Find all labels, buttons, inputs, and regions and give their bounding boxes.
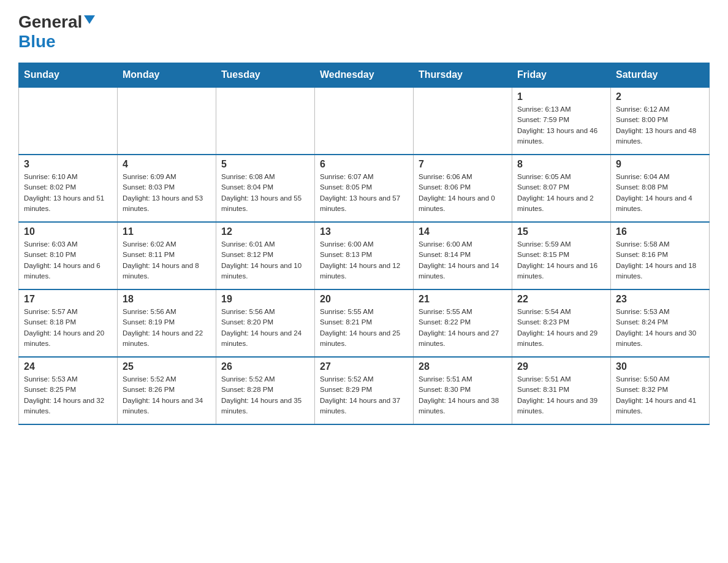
day-info: Sunrise: 5:59 AM Sunset: 8:15 PM Dayligh… xyxy=(517,239,605,282)
day-info: Sunrise: 6:00 AM Sunset: 8:14 PM Dayligh… xyxy=(419,239,507,282)
calendar-day-cell xyxy=(414,87,512,155)
calendar-day-cell: 21Sunrise: 5:55 AM Sunset: 8:22 PM Dayli… xyxy=(414,289,512,357)
calendar-day-cell: 14Sunrise: 6:00 AM Sunset: 8:14 PM Dayli… xyxy=(414,222,512,289)
day-info: Sunrise: 6:12 AM Sunset: 8:00 PM Dayligh… xyxy=(616,104,704,147)
header: General Blue xyxy=(18,12,710,52)
calendar-day-cell: 30Sunrise: 5:50 AM Sunset: 8:32 PM Dayli… xyxy=(611,357,710,424)
day-number: 24 xyxy=(24,361,112,372)
day-number: 17 xyxy=(24,294,112,305)
day-number: 28 xyxy=(419,361,507,372)
day-number: 4 xyxy=(123,159,211,170)
day-of-week-header: Monday xyxy=(118,63,216,88)
day-info: Sunrise: 6:07 AM Sunset: 8:05 PM Dayligh… xyxy=(320,172,408,214)
day-number: 10 xyxy=(24,226,112,237)
day-info: Sunrise: 5:51 AM Sunset: 8:31 PM Dayligh… xyxy=(517,374,605,416)
day-info: Sunrise: 5:51 AM Sunset: 8:30 PM Dayligh… xyxy=(419,374,507,416)
day-number: 21 xyxy=(419,294,507,305)
calendar-day-cell: 9Sunrise: 6:04 AM Sunset: 8:08 PM Daylig… xyxy=(611,155,710,222)
day-number: 25 xyxy=(123,361,211,372)
day-info: Sunrise: 6:05 AM Sunset: 8:07 PM Dayligh… xyxy=(517,172,605,214)
day-info: Sunrise: 5:55 AM Sunset: 8:22 PM Dayligh… xyxy=(419,307,507,349)
day-number: 9 xyxy=(616,159,704,170)
logo: General Blue xyxy=(18,12,95,52)
day-info: Sunrise: 5:52 AM Sunset: 8:28 PM Dayligh… xyxy=(221,374,309,416)
day-number: 19 xyxy=(221,294,309,305)
calendar-day-cell: 8Sunrise: 6:05 AM Sunset: 8:07 PM Daylig… xyxy=(512,155,611,222)
day-of-week-header: Saturday xyxy=(611,63,710,88)
day-info: Sunrise: 5:57 AM Sunset: 8:18 PM Dayligh… xyxy=(24,307,112,349)
day-of-week-header: Friday xyxy=(512,63,611,88)
day-info: Sunrise: 5:56 AM Sunset: 8:20 PM Dayligh… xyxy=(221,307,309,349)
calendar-day-cell xyxy=(315,87,414,155)
day-info: Sunrise: 6:03 AM Sunset: 8:10 PM Dayligh… xyxy=(24,239,112,282)
day-info: Sunrise: 5:58 AM Sunset: 8:16 PM Dayligh… xyxy=(616,239,704,282)
day-info: Sunrise: 6:09 AM Sunset: 8:03 PM Dayligh… xyxy=(123,172,211,214)
day-number: 26 xyxy=(221,361,309,372)
day-number: 18 xyxy=(123,294,211,305)
calendar: SundayMondayTuesdayWednesdayThursdayFrid… xyxy=(18,63,710,425)
day-number: 11 xyxy=(123,226,211,237)
calendar-day-cell: 11Sunrise: 6:02 AM Sunset: 8:11 PM Dayli… xyxy=(118,222,216,289)
calendar-day-cell xyxy=(118,87,216,155)
day-info: Sunrise: 5:54 AM Sunset: 8:23 PM Dayligh… xyxy=(517,307,605,349)
calendar-week-row: 3Sunrise: 6:10 AM Sunset: 8:02 PM Daylig… xyxy=(19,155,710,222)
day-info: Sunrise: 6:13 AM Sunset: 7:59 PM Dayligh… xyxy=(517,104,605,147)
logo-blue: Blue xyxy=(18,32,56,52)
day-info: Sunrise: 5:52 AM Sunset: 8:26 PM Dayligh… xyxy=(123,374,211,416)
day-info: Sunrise: 6:04 AM Sunset: 8:08 PM Dayligh… xyxy=(616,172,704,214)
logo-general: General xyxy=(18,12,82,32)
day-number: 30 xyxy=(616,361,704,372)
day-number: 5 xyxy=(221,159,309,170)
day-number: 1 xyxy=(517,91,605,102)
day-info: Sunrise: 5:50 AM Sunset: 8:32 PM Dayligh… xyxy=(616,374,704,416)
calendar-header-row: SundayMondayTuesdayWednesdayThursdayFrid… xyxy=(19,63,710,88)
day-info: Sunrise: 5:53 AM Sunset: 8:24 PM Dayligh… xyxy=(616,307,704,349)
day-number: 23 xyxy=(616,294,704,305)
calendar-day-cell: 24Sunrise: 5:53 AM Sunset: 8:25 PM Dayli… xyxy=(19,357,118,424)
day-info: Sunrise: 5:52 AM Sunset: 8:29 PM Dayligh… xyxy=(320,374,408,416)
calendar-week-row: 10Sunrise: 6:03 AM Sunset: 8:10 PM Dayli… xyxy=(19,222,710,289)
calendar-day-cell: 5Sunrise: 6:08 AM Sunset: 8:04 PM Daylig… xyxy=(216,155,315,222)
day-of-week-header: Thursday xyxy=(414,63,512,88)
day-info: Sunrise: 6:02 AM Sunset: 8:11 PM Dayligh… xyxy=(123,239,211,282)
day-info: Sunrise: 5:55 AM Sunset: 8:21 PM Dayligh… xyxy=(320,307,408,349)
calendar-day-cell: 4Sunrise: 6:09 AM Sunset: 8:03 PM Daylig… xyxy=(118,155,216,222)
logo-triangle-icon xyxy=(84,15,95,24)
calendar-day-cell: 23Sunrise: 5:53 AM Sunset: 8:24 PM Dayli… xyxy=(611,289,710,357)
calendar-day-cell: 7Sunrise: 6:06 AM Sunset: 8:06 PM Daylig… xyxy=(414,155,512,222)
day-number: 15 xyxy=(517,226,605,237)
calendar-day-cell: 17Sunrise: 5:57 AM Sunset: 8:18 PM Dayli… xyxy=(19,289,118,357)
day-number: 13 xyxy=(320,226,408,237)
calendar-day-cell: 15Sunrise: 5:59 AM Sunset: 8:15 PM Dayli… xyxy=(512,222,611,289)
day-of-week-header: Wednesday xyxy=(315,63,414,88)
day-number: 7 xyxy=(419,159,507,170)
day-info: Sunrise: 6:01 AM Sunset: 8:12 PM Dayligh… xyxy=(221,239,309,282)
calendar-day-cell: 25Sunrise: 5:52 AM Sunset: 8:26 PM Dayli… xyxy=(118,357,216,424)
calendar-week-row: 17Sunrise: 5:57 AM Sunset: 8:18 PM Dayli… xyxy=(19,289,710,357)
calendar-day-cell: 13Sunrise: 6:00 AM Sunset: 8:13 PM Dayli… xyxy=(315,222,414,289)
day-number: 16 xyxy=(616,226,704,237)
day-of-week-header: Tuesday xyxy=(216,63,315,88)
calendar-day-cell: 18Sunrise: 5:56 AM Sunset: 8:19 PM Dayli… xyxy=(118,289,216,357)
day-of-week-header: Sunday xyxy=(19,63,118,88)
calendar-day-cell: 28Sunrise: 5:51 AM Sunset: 8:30 PM Dayli… xyxy=(414,357,512,424)
day-number: 12 xyxy=(221,226,309,237)
day-number: 20 xyxy=(320,294,408,305)
day-info: Sunrise: 6:08 AM Sunset: 8:04 PM Dayligh… xyxy=(221,172,309,214)
day-info: Sunrise: 5:56 AM Sunset: 8:19 PM Dayligh… xyxy=(123,307,211,349)
calendar-day-cell: 10Sunrise: 6:03 AM Sunset: 8:10 PM Dayli… xyxy=(19,222,118,289)
day-info: Sunrise: 5:53 AM Sunset: 8:25 PM Dayligh… xyxy=(24,374,112,416)
day-number: 2 xyxy=(616,91,704,102)
calendar-day-cell: 26Sunrise: 5:52 AM Sunset: 8:28 PM Dayli… xyxy=(216,357,315,424)
calendar-day-cell: 27Sunrise: 5:52 AM Sunset: 8:29 PM Dayli… xyxy=(315,357,414,424)
calendar-day-cell: 20Sunrise: 5:55 AM Sunset: 8:21 PM Dayli… xyxy=(315,289,414,357)
calendar-day-cell: 6Sunrise: 6:07 AM Sunset: 8:05 PM Daylig… xyxy=(315,155,414,222)
day-info: Sunrise: 6:10 AM Sunset: 8:02 PM Dayligh… xyxy=(24,172,112,214)
calendar-day-cell: 19Sunrise: 5:56 AM Sunset: 8:20 PM Dayli… xyxy=(216,289,315,357)
calendar-day-cell xyxy=(19,87,118,155)
day-info: Sunrise: 6:00 AM Sunset: 8:13 PM Dayligh… xyxy=(320,239,408,282)
day-number: 6 xyxy=(320,159,408,170)
day-number: 27 xyxy=(320,361,408,372)
calendar-day-cell: 16Sunrise: 5:58 AM Sunset: 8:16 PM Dayli… xyxy=(611,222,710,289)
calendar-day-cell: 12Sunrise: 6:01 AM Sunset: 8:12 PM Dayli… xyxy=(216,222,315,289)
